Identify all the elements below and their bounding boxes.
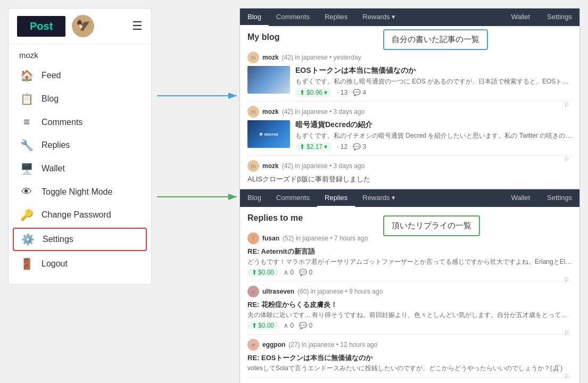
post-thumbnail-2: ⊕ decred bbox=[247, 120, 290, 148]
reply-avatar-1: f bbox=[247, 232, 259, 244]
reply-avatar-3: e bbox=[247, 339, 259, 351]
logout-label: Logout bbox=[42, 259, 68, 269]
blog-post-1: m mozk (42) in japanese • yesterday EOSト… bbox=[247, 47, 572, 102]
replies-label: Replies bbox=[42, 140, 70, 150]
post-stats-2: ⬆ $2.17 ▾ · 12 💬 3 bbox=[295, 143, 572, 151]
comments-icon: ≡ bbox=[19, 116, 34, 128]
wallet-label: Wallet bbox=[42, 164, 65, 173]
reply-3: e eggpon (27) in japanese • 12 hours ago… bbox=[247, 335, 572, 378]
post-meta-2: m mozk (42) in japanese • 3 days ago bbox=[247, 106, 572, 118]
reply-meta-2: ∞ ultraseven (60) in japanese • 9 hours … bbox=[247, 286, 572, 297]
blue-arrow bbox=[154, 82, 242, 109]
replies-tooltip: 頂いたリプライの一覧 bbox=[383, 215, 480, 236]
logout-icon: 🚪 bbox=[19, 257, 34, 270]
sidebar-username: mozk bbox=[9, 44, 151, 64]
post-avatar-3: m bbox=[247, 160, 259, 172]
reply-1: f fusan (52) in japanese • 7 hours ago R… bbox=[247, 228, 572, 281]
post-excerpt-2: もずくです。私のイチオシの暗号通貨 Decred を紹介したいと思います。私の … bbox=[295, 131, 572, 140]
avatar: 🦅 bbox=[72, 15, 94, 37]
sidebar: Post 🦅 ☰ mozk 🏠 Feed 📋 Blog ≡ Comments 🔧… bbox=[8, 8, 152, 285]
sidebar-item-toggle-night[interactable]: 👁 Toggle Night Mode bbox=[9, 180, 151, 203]
green-arrow bbox=[154, 184, 242, 210]
post-price-1: ⬆ $0.96 ▾ bbox=[295, 88, 332, 97]
settings-icon: ⚙️ bbox=[20, 233, 35, 246]
blog-panel-nav: Blog Comments Replies Rewards ▾ Wallet S… bbox=[240, 9, 579, 26]
settings-label: Settings bbox=[43, 235, 73, 244]
post-text-2: 暗号通貨Decredの紹介 もずくです。私のイチオシの暗号通貨 Decred を… bbox=[295, 120, 572, 151]
replies-tab-rewards[interactable]: Rewards ▾ bbox=[355, 189, 402, 207]
post-text-1: EOSトークンは本当に無価値なのか もずくです。私の推し暗号通貨の一つに EOS… bbox=[295, 66, 572, 97]
blog-icon: 📋 bbox=[19, 93, 34, 105]
post-avatar-2: m bbox=[247, 106, 259, 118]
home-icon: 🏠 bbox=[19, 69, 34, 82]
post-thumbnail-1 bbox=[247, 66, 290, 94]
replies-tab-replies[interactable]: Replies bbox=[317, 189, 355, 207]
replies-icon: 🔧 bbox=[19, 139, 34, 152]
reply-title-2[interactable]: RE: 花粉症からくる皮膚炎！ bbox=[247, 300, 572, 310]
blog-tooltip: 自分の書いた記事の一覧 bbox=[383, 29, 488, 50]
replies-tab-settings[interactable]: Settings bbox=[540, 189, 579, 207]
replies-tab-comments[interactable]: Comments bbox=[269, 189, 317, 207]
post-avatar-1: m bbox=[247, 52, 259, 63]
sidebar-item-wallet[interactable]: 🖥️ Wallet bbox=[9, 157, 151, 180]
post-stats-1: ⬆ $0.96 ▾ · 13 💬 4 bbox=[295, 88, 572, 97]
sidebar-item-logout[interactable]: 🚪 Logout bbox=[9, 252, 151, 276]
reply-meta-3: e eggpon (27) in japanese • 12 hours ago bbox=[247, 339, 572, 351]
replies-tab-blog[interactable]: Blog bbox=[240, 189, 269, 207]
tab-comments[interactable]: Comments bbox=[269, 9, 317, 26]
sidebar-item-comments[interactable]: ≡ Comments bbox=[9, 111, 151, 134]
post-meta-3: m mozk (42) in japanese • 3 days ago bbox=[247, 160, 572, 172]
post-price-2: ⬆ $2.17 ▾ bbox=[295, 143, 332, 151]
post-meta-1: m mozk (42) in japanese • yesterday bbox=[247, 52, 572, 63]
post-title-1[interactable]: EOSトークンは本当に無価値なのか bbox=[295, 66, 572, 76]
post-title-3[interactable]: ALISクローズドβ版に事前登録しました bbox=[247, 174, 572, 184]
eye-icon: 👁 bbox=[19, 186, 34, 198]
reply-title-1[interactable]: RE: Aeternitの新言語 bbox=[247, 247, 572, 256]
hamburger-icon[interactable]: ☰ bbox=[132, 19, 143, 33]
sidebar-header: Post 🦅 ☰ bbox=[9, 9, 151, 44]
post-button[interactable]: Post bbox=[17, 16, 65, 37]
blog-post-3: m mozk (42) in japanese • 3 days ago ALI… bbox=[247, 156, 572, 189]
reply-avatar-2: ∞ bbox=[247, 286, 259, 297]
tab-replies[interactable]: Replies bbox=[317, 9, 355, 26]
post-title-2[interactable]: 暗号通貨Decredの紹介 bbox=[295, 120, 572, 130]
blog-post-2: m mozk (42) in japanese • 3 days ago ⊕ d… bbox=[247, 102, 572, 156]
replies-panel-nav: Blog Comments Replies Rewards ▾ Wallet S… bbox=[240, 189, 579, 207]
sidebar-item-replies[interactable]: 🔧 Replies bbox=[9, 134, 151, 157]
sidebar-item-settings[interactable]: ⚙️ Settings bbox=[13, 228, 147, 251]
wallet-icon: 🖥️ bbox=[19, 162, 34, 175]
key-icon: 🔑 bbox=[19, 209, 34, 221]
post-body-2: ⊕ decred 暗号通貨Decredの紹介 もずくです。私のイチオシの暗号通貨… bbox=[247, 120, 572, 151]
reply-stats-1: ⬆ $0.00 ∧ 0 💬 0 bbox=[247, 268, 572, 277]
replies-tab-wallet[interactable]: Wallet bbox=[503, 189, 537, 207]
reply-2: ∞ ultraseven (60) in japanese • 9 hours … bbox=[247, 281, 572, 335]
reply-flag-3: P bbox=[565, 373, 569, 380]
reply-price-2: ⬆ $0.00 bbox=[247, 321, 278, 330]
reply-stats-2: ⬆ $0.00 ∧ 0 💬 0 bbox=[247, 321, 572, 330]
reply-title-3[interactable]: RE: EOSトークンは本当に無価値なのか bbox=[247, 353, 572, 363]
reply-excerpt-2: 夫の体験に近いです... 有り得そうですね。前回妊娠より、色々としんどい気がしま… bbox=[247, 311, 572, 320]
comments-label: Comments bbox=[42, 118, 82, 127]
reply-excerpt-1: どうもです！マラホフ君がイーサリアムゴットファーザーとか言ってる感じですから壮大… bbox=[247, 257, 572, 267]
tab-wallet[interactable]: Wallet bbox=[503, 9, 537, 26]
reply-price-1: ⬆ $0.00 bbox=[247, 268, 278, 277]
post-excerpt-1: もずくです。私の推し暗号通貨の一つに EOS があるのですが、日本語で検索すると… bbox=[295, 77, 572, 86]
reply-excerpt-3: votesしてSolaで言うエンドースみたいに投銭したいのですが、どこからどうや… bbox=[247, 364, 572, 373]
feed-label: Feed bbox=[42, 71, 61, 80]
change-password-label: Change Password bbox=[42, 210, 111, 220]
sidebar-item-blog[interactable]: 📋 Blog bbox=[9, 87, 151, 111]
blog-panel-content: My blog m mozk (42) in japanese • yester… bbox=[240, 26, 579, 195]
tab-rewards[interactable]: Rewards ▾ bbox=[355, 9, 402, 26]
toggle-night-label: Toggle Night Mode bbox=[42, 187, 112, 197]
sidebar-item-change-password[interactable]: 🔑 Change Password bbox=[9, 203, 151, 227]
tab-settings[interactable]: Settings bbox=[540, 9, 579, 26]
sidebar-item-feed[interactable]: 🏠 Feed bbox=[9, 64, 151, 87]
post-body-1: EOSトークンは本当に無価値なのか もずくです。私の推し暗号通貨の一つに EOS… bbox=[247, 66, 572, 97]
blog-label: Blog bbox=[42, 94, 59, 104]
tab-blog[interactable]: Blog bbox=[240, 9, 269, 26]
